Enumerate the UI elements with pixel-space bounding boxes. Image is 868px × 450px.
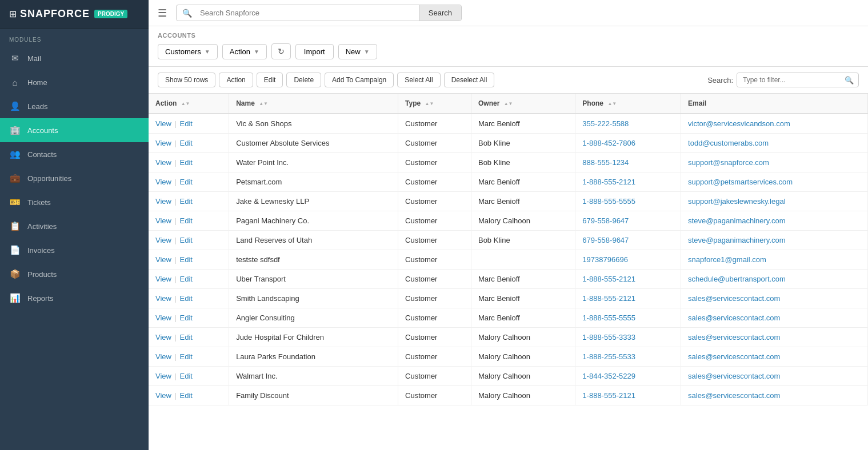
phone-link[interactable]: 1-888-452-7806 <box>582 139 635 147</box>
email-link[interactable]: support@petsmartservices.com <box>688 178 793 186</box>
email-link[interactable]: steve@paganimachinery.com <box>688 236 785 244</box>
email-link[interactable]: snapforce1@gmail.com <box>688 255 766 264</box>
email-link[interactable]: steve@paganimachinery.com <box>688 216 785 225</box>
new-dropdown[interactable]: New ▼ <box>338 44 377 59</box>
sidebar-item-accounts[interactable]: 🏢 Accounts <box>0 118 149 142</box>
phone-link[interactable]: 888-555-1234 <box>582 158 629 167</box>
row-action-cell: View | Edit <box>149 250 229 270</box>
add-to-campaign-button[interactable]: Add To Campaign <box>325 73 394 87</box>
email-link[interactable]: sales@servicescontact.com <box>688 352 780 361</box>
email-link[interactable]: sales@servicescontact.com <box>688 333 780 341</box>
sidebar-item-leads[interactable]: 👤 Leads <box>0 94 149 118</box>
col-type[interactable]: Type ▲▼ <box>398 94 471 114</box>
col-phone[interactable]: Phone ▲▼ <box>575 94 681 114</box>
hamburger-menu-icon[interactable]: ☰ <box>158 7 167 19</box>
edit-link[interactable]: Edit <box>180 158 193 167</box>
edit-link[interactable]: Edit <box>180 236 193 244</box>
email-link[interactable]: todd@customerabs.com <box>688 139 769 147</box>
global-search-input[interactable] <box>198 5 419 21</box>
sidebar-item-products[interactable]: 📦 Products <box>0 262 149 286</box>
select-all-button[interactable]: Select All <box>397 73 440 87</box>
view-link[interactable]: View <box>155 216 171 225</box>
toolbar-edit-button[interactable]: Edit <box>257 73 283 87</box>
view-link[interactable]: View <box>155 119 171 128</box>
edit-link[interactable]: Edit <box>180 255 193 264</box>
email-link[interactable]: support@jakeslewnesky.legal <box>688 197 786 206</box>
action-dropdown[interactable]: Action ▼ <box>222 44 267 59</box>
show-rows-button[interactable]: Show 50 rows <box>158 73 215 87</box>
view-link[interactable]: View <box>155 333 171 341</box>
edit-link[interactable]: Edit <box>180 197 193 206</box>
sidebar-item-activities[interactable]: 📋 Activities <box>0 214 149 238</box>
row-type-cell: Customer <box>398 172 471 192</box>
email-link[interactable]: sales@servicescontact.com <box>688 294 780 303</box>
sidebar-item-contacts[interactable]: 👥 Contacts <box>0 142 149 166</box>
col-action[interactable]: Action ▲▼ <box>149 94 229 114</box>
row-action-cell: View | Edit <box>149 172 229 192</box>
edit-link[interactable]: Edit <box>180 352 193 361</box>
edit-link[interactable]: Edit <box>180 216 193 225</box>
phone-link[interactable]: 1-844-352-5229 <box>582 372 635 380</box>
view-link[interactable]: View <box>155 294 171 303</box>
phone-link[interactable]: 1-888-555-3333 <box>582 333 635 341</box>
email-link[interactable]: sales@servicescontact.com <box>688 372 780 380</box>
phone-link[interactable]: 355-222-5588 <box>582 119 629 128</box>
app-badge: PRODIGY <box>94 10 127 18</box>
email-link[interactable]: sales@servicescontact.com <box>688 391 780 400</box>
phone-link[interactable]: 19738796696 <box>582 255 628 264</box>
main-area: ☰ 🔍 Search ACCOUNTS Customers ▼ Action ▼… <box>149 0 868 450</box>
edit-link[interactable]: Edit <box>180 372 193 380</box>
col-name[interactable]: Name ▲▼ <box>229 94 398 114</box>
search-icon: 🔍 <box>177 9 198 18</box>
sidebar-item-mail[interactable]: ✉ Mail <box>0 46 149 70</box>
customers-dropdown[interactable]: Customers ▼ <box>158 44 218 59</box>
phone-link[interactable]: 1-888-255-5533 <box>582 352 635 361</box>
view-link[interactable]: View <box>155 197 171 206</box>
edit-link[interactable]: Edit <box>180 294 193 303</box>
view-link[interactable]: View <box>155 314 171 322</box>
phone-link[interactable]: 1-888-555-5555 <box>582 314 635 322</box>
view-link[interactable]: View <box>155 139 171 147</box>
email-link[interactable]: support@snapforce.com <box>688 158 769 167</box>
sidebar-item-home[interactable]: ⌂ Home <box>0 70 149 94</box>
view-link[interactable]: View <box>155 178 171 186</box>
search-button[interactable]: Search <box>419 5 461 21</box>
customers-label: Customers <box>165 47 201 56</box>
deselect-all-button[interactable]: Deselect All <box>444 73 495 87</box>
phone-link[interactable]: 1-888-555-2121 <box>582 178 635 186</box>
sidebar-item-opportunities[interactable]: 💼 Opportunities <box>0 166 149 190</box>
toolbar-delete-button[interactable]: Delete <box>286 73 321 87</box>
edit-link[interactable]: Edit <box>180 119 193 128</box>
table-row: View | Edit Pagani Machinery Co. Custome… <box>149 211 868 231</box>
sidebar-item-tickets[interactable]: 🎫 Tickets <box>0 190 149 214</box>
edit-link[interactable]: Edit <box>180 333 193 341</box>
email-link[interactable]: schedule@ubertransport.com <box>688 275 786 283</box>
edit-link[interactable]: Edit <box>180 314 193 322</box>
phone-link[interactable]: 679-558-9647 <box>582 236 629 244</box>
phone-link[interactable]: 1-888-555-5555 <box>582 197 635 206</box>
view-link[interactable]: View <box>155 255 171 264</box>
phone-link[interactable]: 1-888-555-2121 <box>582 275 635 283</box>
col-owner[interactable]: Owner ▲▼ <box>471 94 575 114</box>
view-link[interactable]: View <box>155 236 171 244</box>
sidebar-item-invoices[interactable]: 📄 Invoices <box>0 238 149 262</box>
sidebar-item-reports[interactable]: 📊 Reports <box>0 286 149 310</box>
edit-link[interactable]: Edit <box>180 139 193 147</box>
edit-link[interactable]: Edit <box>180 275 193 283</box>
phone-link[interactable]: 1-888-555-2121 <box>582 391 635 400</box>
view-link[interactable]: View <box>155 158 171 167</box>
refresh-button[interactable]: ↻ <box>271 43 291 59</box>
phone-link[interactable]: 1-888-555-2121 <box>582 294 635 303</box>
view-link[interactable]: View <box>155 391 171 400</box>
email-link[interactable]: victor@servicesvicandson.com <box>688 119 790 128</box>
filter-input[interactable] <box>737 73 840 87</box>
toolbar-action-button[interactable]: Action <box>219 73 253 87</box>
edit-link[interactable]: Edit <box>180 391 193 400</box>
import-button[interactable]: Import <box>295 44 334 59</box>
email-link[interactable]: sales@servicescontact.com <box>688 314 780 322</box>
phone-link[interactable]: 679-558-9647 <box>582 216 629 225</box>
edit-link[interactable]: Edit <box>180 178 193 186</box>
view-link[interactable]: View <box>155 275 171 283</box>
view-link[interactable]: View <box>155 352 171 361</box>
view-link[interactable]: View <box>155 372 171 380</box>
